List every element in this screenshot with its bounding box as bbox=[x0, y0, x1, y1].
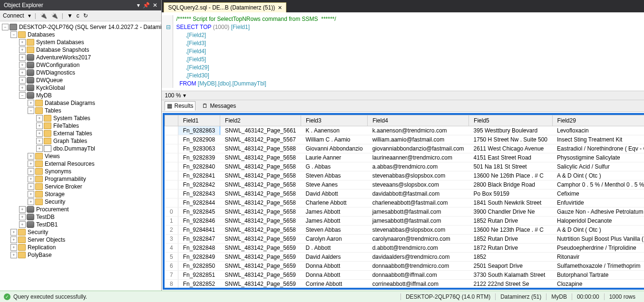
tree-item[interactable]: +DWQueue bbox=[0, 76, 161, 84]
close-icon[interactable]: ✕ bbox=[278, 5, 282, 11]
cell[interactable]: 2611 West Chicago Avenue bbox=[469, 144, 552, 153]
cell[interactable]: 395 Westtbury Boulevard bbox=[469, 126, 552, 135]
cell[interactable]: Eastradiol / Norethindrone ( Eqv - Com B… bbox=[552, 144, 644, 153]
tree-item[interactable]: +Database Diagrams bbox=[0, 99, 161, 107]
table-row[interactable]: 1Fn_9282846SNWL_483142_Page_5658James Ab… bbox=[165, 217, 644, 226]
cell[interactable]: 1852 bbox=[469, 253, 552, 262]
tree-item[interactable]: +Security bbox=[0, 228, 161, 236]
tree-item[interactable]: +Views bbox=[0, 152, 161, 160]
tree-item[interactable]: +AdventureWorks2017 bbox=[0, 54, 161, 61]
cell[interactable]: Fn_9282851 bbox=[178, 271, 220, 280]
cell[interactable]: Steven Abbas bbox=[301, 226, 368, 235]
cell[interactable]: Ritonavir bbox=[552, 253, 644, 262]
cell[interactable] bbox=[165, 135, 178, 144]
cell[interactable]: SNWL_483142_Page_5659 bbox=[220, 262, 301, 271]
cell[interactable] bbox=[165, 153, 178, 162]
cell[interactable]: d.abbott@trendmicro.com bbox=[368, 244, 469, 253]
cell[interactable]: 7 bbox=[165, 271, 178, 280]
cell[interactable]: Fn_9284841 bbox=[178, 226, 220, 235]
cell[interactable]: Cefixime bbox=[552, 189, 644, 198]
table-row[interactable]: Fn_9282908SNWL_483142_Page_5567William C… bbox=[165, 135, 644, 144]
table-row[interactable]: Fn_9282842SNWL_483142_Page_5658Steve Aan… bbox=[165, 180, 644, 189]
cell[interactable]: 4 bbox=[165, 244, 178, 253]
cell[interactable]: 3730 South Kalamath Street bbox=[469, 271, 552, 280]
cell[interactable]: SNWL_483142_Page_5567 bbox=[220, 135, 301, 144]
sql-editor[interactable]: /****** Script for SelectTopNRows comman… bbox=[162, 12, 644, 91]
results-grid-wrap[interactable]: Field1Field2Field3Field4Field5Field29 Fn… bbox=[163, 113, 644, 290]
cell[interactable]: 1 bbox=[165, 217, 178, 226]
cell[interactable]: SNWL_483142_Page_5658 bbox=[220, 162, 301, 171]
cell[interactable]: Sulfamethoxazole / Trimethoprim bbox=[552, 262, 644, 271]
toolbar-icon[interactable]: 🔌 bbox=[40, 12, 47, 19]
cell[interactable]: jamesabbott@fastmail.com bbox=[368, 208, 469, 217]
table-row[interactable]: 7Fn_9282851SNWL_483142_Page_5659Donna Ab… bbox=[165, 271, 644, 280]
column-header[interactable]: Field1 bbox=[178, 115, 220, 126]
column-header[interactable]: Field2 bbox=[220, 115, 301, 126]
tree-item[interactable]: +DWConfiguration bbox=[0, 61, 161, 69]
cell[interactable]: Haloperidol Decanote bbox=[552, 217, 644, 226]
cell[interactable]: 2122 222nd Street Se bbox=[469, 280, 552, 289]
cell[interactable]: stevenabbas@slopsbox.com bbox=[368, 171, 469, 180]
cell[interactable]: Pseudoepherdrine / Triprolidine bbox=[552, 244, 644, 253]
stop-icon[interactable]: c bbox=[77, 12, 79, 19]
cell[interactable]: davidabbott@fastmail.com bbox=[368, 189, 469, 198]
cell[interactable]: Fn_9282841 bbox=[178, 171, 220, 180]
table-row[interactable]: 6Fn_9282850SNWL_483142_Page_5659Donna Ab… bbox=[165, 262, 644, 271]
cell[interactable]: 6 bbox=[165, 262, 178, 271]
cell[interactable]: SNWL_483142_Page_5588 bbox=[220, 144, 301, 153]
tables-node[interactable]: −Tables bbox=[0, 107, 161, 114]
tree-item[interactable]: +TestDB1 bbox=[0, 221, 161, 228]
pin-icon[interactable]: 📌 bbox=[143, 2, 150, 9]
cell[interactable]: David Abbott bbox=[301, 189, 368, 198]
table-row[interactable]: 5Fn_9282849SNWL_483142_Page_5659David Aa… bbox=[165, 253, 644, 262]
tree-item[interactable]: +FileTables bbox=[0, 122, 161, 130]
cell[interactable]: Nutrtition Supl Boost Plus Vanilla ( Otc… bbox=[552, 235, 644, 244]
cell[interactable]: A & D Oint ( Otc ) bbox=[552, 226, 644, 235]
cell[interactable]: Donna Abbott bbox=[301, 262, 368, 271]
tree-item[interactable]: +Replication bbox=[0, 244, 161, 251]
mydb-node[interactable]: −MyDB bbox=[0, 92, 161, 99]
dropdown-icon[interactable]: ▾ bbox=[137, 2, 140, 9]
tree-item[interactable]: +Server Objects bbox=[0, 236, 161, 244]
cell[interactable]: Insect Sting Treatment Kit bbox=[552, 135, 644, 144]
cell[interactable]: 4151 East Street Road bbox=[469, 153, 552, 162]
table-row[interactable]: Fn_9282840SNWL_483142_Page_5658G . Abbas… bbox=[165, 162, 644, 171]
close-icon[interactable]: ✕ bbox=[153, 2, 157, 9]
zoom-dropdown[interactable]: ▾ bbox=[183, 92, 186, 99]
cell[interactable]: giovanniabbondanzio@fastmail.com bbox=[368, 144, 469, 153]
cell[interactable]: Salicylic Acid / Sulfur bbox=[552, 162, 644, 171]
cell[interactable]: Fn_9282847 bbox=[178, 235, 220, 244]
cell[interactable]: Po Box 59159 bbox=[469, 189, 552, 198]
cell[interactable]: Fn_9282843 bbox=[178, 189, 220, 198]
tree-item[interactable]: +Graph Tables bbox=[0, 137, 161, 145]
cell[interactable]: Fn_9282839 bbox=[178, 153, 220, 162]
cell[interactable] bbox=[165, 171, 178, 180]
tree-item[interactable]: +External Resources bbox=[0, 160, 161, 168]
cell[interactable]: Fn_9282852 bbox=[178, 280, 220, 289]
cell[interactable]: 2501 Seaport Drive bbox=[469, 262, 552, 271]
refresh-icon[interactable]: ↻ bbox=[83, 12, 88, 19]
tree-item[interactable]: +Programmability bbox=[0, 175, 161, 183]
column-header[interactable]: Field4 bbox=[368, 115, 469, 126]
cell[interactable]: SNWL_483142_Page_5659 bbox=[220, 280, 301, 289]
tab-sqlquery2[interactable]: SQLQuery2.sql - DE...B (Dataminerz (51))… bbox=[164, 2, 286, 12]
cell[interactable]: SNWL_463142_Page_5661 bbox=[220, 126, 301, 135]
cell[interactable]: 0 bbox=[165, 208, 178, 217]
cell[interactable]: William C . Aamio bbox=[301, 135, 368, 144]
connect-button[interactable]: Connect bbox=[3, 12, 24, 19]
column-header[interactable]: Field29 bbox=[552, 115, 644, 126]
tree-item[interactable]: +DWDiagnostics bbox=[0, 69, 161, 76]
cell[interactable]: Steve Aanes bbox=[301, 180, 368, 189]
cell[interactable]: Fn_9282849 bbox=[178, 253, 220, 262]
cell[interactable]: K . Aanenson bbox=[301, 126, 368, 135]
cell[interactable]: charleneabbott@fastmail.com bbox=[368, 198, 469, 208]
cell[interactable]: carolynaaron@trendmicro.com bbox=[368, 235, 469, 244]
cell[interactable] bbox=[165, 189, 178, 198]
cell[interactable] bbox=[165, 180, 178, 189]
cell[interactable]: Fn_9283063 bbox=[178, 144, 220, 153]
cell[interactable]: Giovanni Abbondanzio bbox=[301, 144, 368, 153]
tree-item[interactable]: +Synonyms bbox=[0, 168, 161, 175]
cell[interactable] bbox=[165, 162, 178, 171]
cell[interactable]: Charlene Abbott bbox=[301, 198, 368, 208]
cell[interactable]: 1852 Rutan Drive bbox=[469, 217, 552, 226]
